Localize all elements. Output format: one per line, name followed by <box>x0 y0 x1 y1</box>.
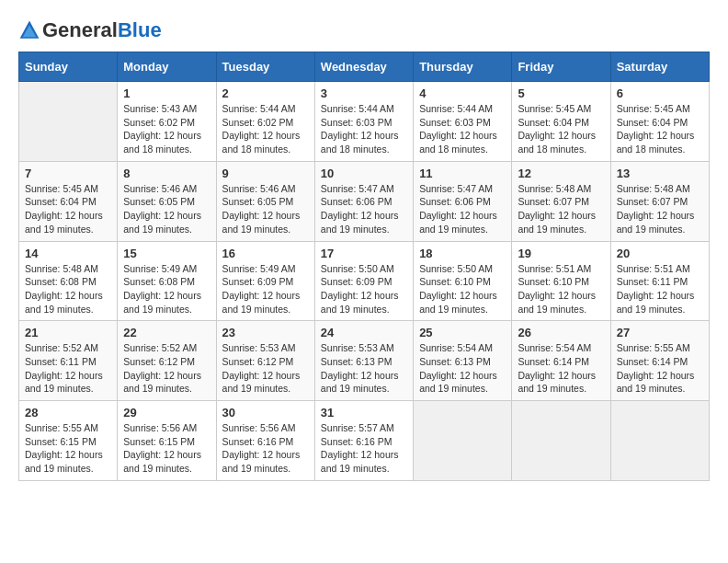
calendar-cell: 22Sunrise: 5:52 AMSunset: 6:12 PMDayligh… <box>118 321 216 401</box>
day-info: Sunrise: 5:54 AMSunset: 6:13 PMDaylight:… <box>419 341 506 396</box>
calendar-cell: 28Sunrise: 5:55 AMSunset: 6:15 PMDayligh… <box>19 401 118 481</box>
day-number: 4 <box>419 86 506 100</box>
calendar-cell: 26Sunrise: 5:54 AMSunset: 6:14 PMDayligh… <box>512 321 610 401</box>
day-info: Sunrise: 5:48 AMSunset: 6:08 PMDaylight:… <box>25 262 111 316</box>
logo-icon <box>18 19 40 41</box>
day-info: Sunrise: 5:44 AMSunset: 6:02 PMDaylight:… <box>222 102 309 156</box>
day-number: 15 <box>123 247 210 260</box>
calendar-cell: 25Sunrise: 5:54 AMSunset: 6:13 PMDayligh… <box>414 321 512 401</box>
day-number: 27 <box>617 326 703 339</box>
column-header-monday: Monday <box>118 52 216 82</box>
day-info: Sunrise: 5:57 AMSunset: 6:16 PMDaylight:… <box>321 421 407 476</box>
day-number: 13 <box>617 167 703 180</box>
calendar-cell: 19Sunrise: 5:51 AMSunset: 6:10 PMDayligh… <box>512 241 610 321</box>
day-info: Sunrise: 5:50 AMSunset: 6:10 PMDaylight:… <box>419 262 506 316</box>
day-info: Sunrise: 5:48 AMSunset: 6:07 PMDaylight:… <box>617 182 703 236</box>
day-number: 8 <box>123 167 210 180</box>
day-number: 18 <box>419 247 506 260</box>
day-number: 23 <box>222 326 309 339</box>
day-info: Sunrise: 5:44 AMSunset: 6:03 PMDaylight:… <box>321 102 407 156</box>
day-info: Sunrise: 5:43 AMSunset: 6:02 PMDaylight:… <box>123 102 210 156</box>
calendar-cell: 1Sunrise: 5:43 AMSunset: 6:02 PMDaylight… <box>118 82 216 162</box>
calendar-cell: 4Sunrise: 5:44 AMSunset: 6:03 PMDaylight… <box>414 82 512 162</box>
calendar-cell: 29Sunrise: 5:56 AMSunset: 6:15 PMDayligh… <box>118 401 216 481</box>
calendar-cell: 2Sunrise: 5:44 AMSunset: 6:02 PMDaylight… <box>216 82 314 162</box>
calendar-header-row: SundayMondayTuesdayWednesdayThursdayFrid… <box>19 52 710 82</box>
calendar-cell <box>610 401 709 481</box>
day-number: 5 <box>518 86 604 100</box>
week-row-1: 1Sunrise: 5:43 AMSunset: 6:02 PMDaylight… <box>19 82 710 162</box>
calendar-cell: 21Sunrise: 5:52 AMSunset: 6:11 PMDayligh… <box>19 321 118 401</box>
day-info: Sunrise: 5:44 AMSunset: 6:03 PMDaylight:… <box>419 102 506 156</box>
week-row-5: 28Sunrise: 5:55 AMSunset: 6:15 PMDayligh… <box>19 401 710 481</box>
day-number: 14 <box>25 247 111 260</box>
calendar-cell: 7Sunrise: 5:45 AMSunset: 6:04 PMDaylight… <box>19 161 118 241</box>
column-header-thursday: Thursday <box>414 52 512 82</box>
day-number: 19 <box>518 247 604 260</box>
logo-blue-text: Blue <box>118 18 162 42</box>
day-info: Sunrise: 5:45 AMSunset: 6:04 PMDaylight:… <box>518 102 604 156</box>
day-number: 30 <box>222 406 309 419</box>
day-info: Sunrise: 5:50 AMSunset: 6:09 PMDaylight:… <box>321 262 407 316</box>
day-number: 1 <box>123 86 210 100</box>
week-row-2: 7Sunrise: 5:45 AMSunset: 6:04 PMDaylight… <box>19 161 710 241</box>
calendar-cell: 11Sunrise: 5:47 AMSunset: 6:06 PMDayligh… <box>414 161 512 241</box>
day-number: 24 <box>321 326 407 339</box>
day-number: 20 <box>617 247 703 260</box>
day-number: 26 <box>518 326 604 339</box>
day-number: 17 <box>321 247 407 260</box>
day-number: 22 <box>123 326 210 339</box>
day-info: Sunrise: 5:53 AMSunset: 6:12 PMDaylight:… <box>222 341 309 396</box>
day-info: Sunrise: 5:47 AMSunset: 6:06 PMDaylight:… <box>321 182 407 236</box>
day-info: Sunrise: 5:54 AMSunset: 6:14 PMDaylight:… <box>518 341 604 396</box>
calendar: SundayMondayTuesdayWednesdayThursdayFrid… <box>18 52 710 481</box>
day-info: Sunrise: 5:52 AMSunset: 6:11 PMDaylight:… <box>25 341 111 396</box>
day-number: 3 <box>321 86 407 100</box>
day-number: 25 <box>419 326 506 339</box>
page-header: General Blue <box>18 18 710 42</box>
calendar-cell: 3Sunrise: 5:44 AMSunset: 6:03 PMDaylight… <box>314 82 413 162</box>
day-number: 2 <box>222 86 309 100</box>
calendar-cell: 17Sunrise: 5:50 AMSunset: 6:09 PMDayligh… <box>314 241 413 321</box>
calendar-cell: 15Sunrise: 5:49 AMSunset: 6:08 PMDayligh… <box>118 241 216 321</box>
day-info: Sunrise: 5:46 AMSunset: 6:05 PMDaylight:… <box>222 182 309 236</box>
calendar-cell: 13Sunrise: 5:48 AMSunset: 6:07 PMDayligh… <box>610 161 709 241</box>
day-info: Sunrise: 5:51 AMSunset: 6:10 PMDaylight:… <box>518 262 604 316</box>
day-info: Sunrise: 5:49 AMSunset: 6:09 PMDaylight:… <box>222 262 309 316</box>
day-number: 12 <box>518 167 604 180</box>
day-number: 10 <box>321 167 407 180</box>
column-header-sunday: Sunday <box>19 52 118 82</box>
day-info: Sunrise: 5:52 AMSunset: 6:12 PMDaylight:… <box>123 341 210 396</box>
day-info: Sunrise: 5:49 AMSunset: 6:08 PMDaylight:… <box>123 262 210 316</box>
calendar-cell: 6Sunrise: 5:45 AMSunset: 6:04 PMDaylight… <box>610 82 709 162</box>
day-info: Sunrise: 5:46 AMSunset: 6:05 PMDaylight:… <box>123 182 210 236</box>
column-header-tuesday: Tuesday <box>216 52 314 82</box>
day-number: 31 <box>321 406 407 419</box>
column-header-saturday: Saturday <box>610 52 709 82</box>
calendar-cell: 23Sunrise: 5:53 AMSunset: 6:12 PMDayligh… <box>216 321 314 401</box>
logo-general-text: General <box>42 18 118 42</box>
day-info: Sunrise: 5:56 AMSunset: 6:15 PMDaylight:… <box>123 421 210 476</box>
day-number: 6 <box>617 86 703 100</box>
day-info: Sunrise: 5:51 AMSunset: 6:11 PMDaylight:… <box>617 262 703 316</box>
calendar-cell <box>414 401 512 481</box>
day-info: Sunrise: 5:45 AMSunset: 6:04 PMDaylight:… <box>25 182 111 236</box>
calendar-cell: 16Sunrise: 5:49 AMSunset: 6:09 PMDayligh… <box>216 241 314 321</box>
calendar-cell: 5Sunrise: 5:45 AMSunset: 6:04 PMDaylight… <box>512 82 610 162</box>
calendar-cell: 12Sunrise: 5:48 AMSunset: 6:07 PMDayligh… <box>512 161 610 241</box>
calendar-cell: 27Sunrise: 5:55 AMSunset: 6:14 PMDayligh… <box>610 321 709 401</box>
day-info: Sunrise: 5:48 AMSunset: 6:07 PMDaylight:… <box>518 182 604 236</box>
calendar-cell: 31Sunrise: 5:57 AMSunset: 6:16 PMDayligh… <box>314 401 413 481</box>
day-info: Sunrise: 5:55 AMSunset: 6:15 PMDaylight:… <box>25 421 111 476</box>
calendar-cell: 24Sunrise: 5:53 AMSunset: 6:13 PMDayligh… <box>314 321 413 401</box>
day-info: Sunrise: 5:53 AMSunset: 6:13 PMDaylight:… <box>321 341 407 396</box>
logo: General Blue <box>18 18 162 42</box>
week-row-4: 21Sunrise: 5:52 AMSunset: 6:11 PMDayligh… <box>19 321 710 401</box>
calendar-cell: 9Sunrise: 5:46 AMSunset: 6:05 PMDaylight… <box>216 161 314 241</box>
day-number: 11 <box>419 167 506 180</box>
day-number: 21 <box>25 326 111 339</box>
calendar-cell: 30Sunrise: 5:56 AMSunset: 6:16 PMDayligh… <box>216 401 314 481</box>
week-row-3: 14Sunrise: 5:48 AMSunset: 6:08 PMDayligh… <box>19 241 710 321</box>
calendar-cell: 10Sunrise: 5:47 AMSunset: 6:06 PMDayligh… <box>314 161 413 241</box>
calendar-cell <box>512 401 610 481</box>
